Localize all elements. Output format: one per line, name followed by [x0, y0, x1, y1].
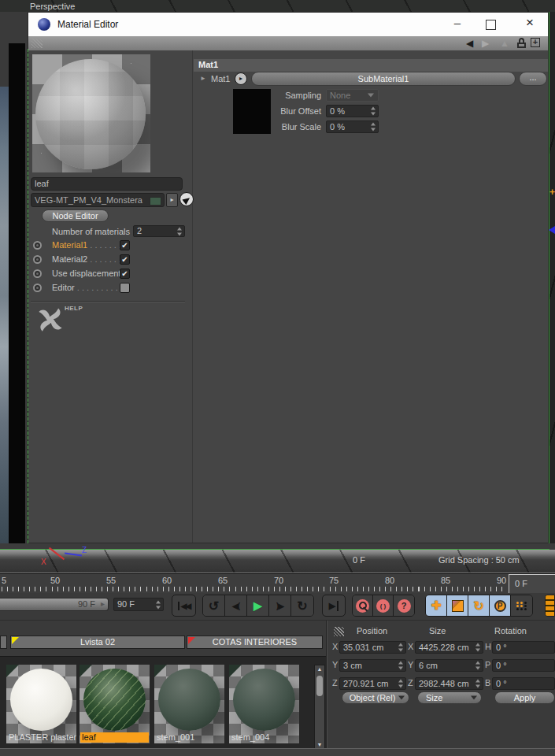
keying-options-button[interactable]: ? [394, 595, 414, 616]
size-mode-dropdown[interactable]: Size [417, 691, 482, 704]
play-button[interactable]: ▶ [247, 595, 269, 616]
autokey-button[interactable]: ( ) [373, 595, 394, 616]
take-marker-red [188, 637, 195, 644]
size-y-field[interactable]: 6 cm [415, 659, 483, 672]
scroll-down-icon[interactable]: ▼ [315, 742, 324, 747]
key-icon [357, 600, 368, 611]
scrollbar-thumb[interactable] [316, 676, 323, 696]
key-rotation-button[interactable]: ↻ [468, 595, 490, 616]
timeline-slider[interactable]: 90 F ▸ [0, 598, 109, 611]
take-tab-partial[interactable] [0, 636, 7, 649]
size-z-field[interactable]: 2982.448 cm [415, 677, 483, 690]
material-name-field[interactable]: leaf [31, 177, 183, 191]
rotation-p-field[interactable]: 0 ° [492, 659, 555, 672]
go-to-end-button[interactable]: ▶ [322, 595, 346, 617]
submaterial-expand-button[interactable]: ▸ [235, 72, 247, 85]
attribute-header: Mat1 [194, 59, 548, 72]
shader-field[interactable]: VEG-MT_PM_V4_Monstera [31, 193, 165, 207]
key-position-button[interactable]: ✚ [426, 595, 447, 616]
node-link-button[interactable] [179, 192, 194, 206]
maximize-button[interactable] [486, 20, 496, 30]
expand-arrow-icon[interactable]: ► [200, 75, 206, 82]
material-thumbnail-stem001[interactable]: stem_001 [154, 665, 224, 743]
ruler-tick-label: 55 [106, 576, 116, 585]
window-titlebar[interactable]: Material Editor – × [28, 13, 548, 37]
close-button[interactable]: × [521, 15, 538, 32]
material-thumbnail-leaf[interactable]: leaf [80, 665, 150, 743]
sampling-dropdown[interactable]: None [326, 89, 379, 102]
previous-key-button[interactable]: ↺ [203, 595, 225, 616]
go-to-start-button[interactable]: ◀◀ [172, 595, 196, 617]
material-preview[interactable] [32, 54, 150, 172]
browser-scrollbar[interactable]: ▲ ▼ [314, 665, 325, 749]
editor-checkbox[interactable] [120, 283, 130, 293]
size-x-field[interactable]: 4425.228 cm [415, 641, 483, 654]
shader-expand-button[interactable]: ▸ [166, 193, 178, 207]
lock-icon[interactable] [517, 38, 526, 48]
node-socket-icon[interactable] [33, 284, 42, 292]
node-socket-icon[interactable] [33, 241, 42, 250]
scroll-up-icon[interactable]: ▲ [315, 666, 324, 672]
stepper-icon[interactable] [475, 643, 481, 652]
rotation-b-field[interactable]: 0 ° [492, 677, 555, 690]
step-back-button[interactable]: ◀( [225, 595, 247, 616]
film-icon[interactable] [545, 595, 555, 617]
axis-label: P [485, 660, 490, 669]
timeline-ruler[interactable]: 5 50 55 60 65 70 75 80 85 90 0 F [0, 573, 555, 593]
add-tab-icon[interactable]: + [531, 38, 540, 47]
minimize-button[interactable]: – [449, 16, 466, 32]
node-socket-icon[interactable] [33, 269, 42, 278]
more-options-button[interactable]: ... [519, 72, 547, 86]
node-socket-icon[interactable] [33, 255, 42, 264]
z-axis-arrow [549, 226, 555, 234]
axis-label: Z [408, 678, 413, 687]
material-browser: PLASTER plaster- leaf stem_001 stem_004 … [0, 656, 326, 748]
coordinates-grip-icon[interactable] [334, 627, 344, 636]
record-key-button[interactable] [353, 595, 373, 616]
previous-key-icon: ↺ [209, 598, 219, 613]
blur-scale-field[interactable]: 0 % [326, 120, 379, 133]
position-y-field[interactable]: 3 cm [339, 659, 406, 672]
stepper-icon[interactable] [370, 107, 376, 116]
viewport-label: Perspective [30, 2, 75, 11]
stepper-icon[interactable] [398, 680, 404, 688]
stepper-icon[interactable] [475, 680, 481, 688]
key-parameter-button[interactable]: P [490, 595, 511, 616]
key-scale-button[interactable] [447, 595, 468, 616]
node-editor-button[interactable]: Node Editor [42, 209, 109, 222]
apply-button[interactable]: Apply [494, 691, 555, 704]
frame-field[interactable]: 90 F [113, 598, 164, 611]
material-thumbnail-stem004[interactable]: stem_004 [229, 665, 299, 743]
help-label: HELP [65, 305, 83, 312]
nav-forward-icon[interactable]: ▶ [482, 38, 489, 49]
material-thumbnail-plaster[interactable]: PLASTER plaster- [6, 665, 76, 743]
position-x-field[interactable]: 35.031 cm [339, 641, 406, 654]
material1-checkbox[interactable]: ✔ [120, 240, 130, 250]
position-z-field[interactable]: 270.921 cm [339, 677, 406, 690]
next-key-button[interactable]: ↻ [291, 595, 313, 616]
submaterial-label: SubMaterial1 [358, 74, 409, 83]
nav-back-icon[interactable]: ◀ [466, 38, 473, 49]
stepper-icon[interactable] [398, 643, 404, 652]
stepper-icon[interactable] [155, 600, 161, 609]
material2-checkbox[interactable]: ✔ [120, 254, 130, 265]
coordinate-mode-dropdown[interactable]: Object (Rel) [342, 691, 409, 704]
materials-count-field[interactable]: 2 [133, 225, 185, 237]
key-pla-button[interactable] [511, 595, 532, 616]
take-tab-lvista[interactable]: Lvista 02 [10, 636, 185, 649]
stepper-icon[interactable] [370, 123, 376, 132]
frame-counter-box[interactable]: 0 F [509, 574, 555, 594]
nav-pin-icon[interactable]: ▲ [500, 38, 509, 49]
blur-offset-field[interactable]: 0 % [326, 105, 379, 117]
submaterial-button[interactable]: SubMaterial1 [251, 72, 516, 86]
displacement-checkbox[interactable]: ✔ [120, 269, 130, 279]
axis-label: Y [408, 660, 413, 669]
help-swirl-icon[interactable] [36, 306, 65, 334]
stepper-icon[interactable] [398, 662, 404, 670]
stepper-icon[interactable] [475, 662, 481, 670]
take-tab-cotas[interactable]: COTAS INTERIORES [187, 636, 323, 649]
rotation-h-field[interactable]: 0 ° [492, 641, 555, 654]
stepper-icon[interactable] [176, 227, 183, 235]
step-forward-button[interactable]: )▶ [269, 595, 291, 616]
toolbar-grip-icon[interactable] [31, 39, 43, 48]
